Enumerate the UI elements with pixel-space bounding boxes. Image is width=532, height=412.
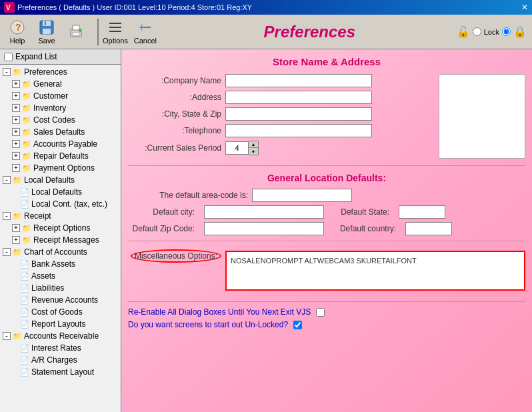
options-button[interactable]: Options	[103, 19, 128, 45]
save-button[interactable]: Save	[35, 19, 59, 45]
expander-receipt-options[interactable]: +	[12, 224, 20, 232]
expander-cost-codes[interactable]: +	[12, 116, 20, 124]
sidebar-item-receipt[interactable]: - 📁 Receipt	[0, 210, 121, 222]
sidebar-item-assets[interactable]: 📄 Assets	[0, 270, 121, 282]
sidebar-item-statement-layout[interactable]: 📄 Statement Layout	[0, 366, 121, 378]
sidebar-item-repair-defaults[interactable]: + 📁 Repair Defaults	[0, 150, 121, 162]
cancel-icon	[137, 19, 153, 35]
city-state-zip-input[interactable]	[225, 107, 372, 121]
default-zip-input[interactable]	[204, 222, 324, 235]
cancel-button[interactable]: Cancel	[133, 19, 157, 45]
expand-list-bar[interactable]: Expand List	[0, 49, 121, 65]
folder-icon-inventory: 📁	[22, 104, 31, 113]
folder-icon-receipt: 📁	[13, 212, 22, 221]
default-city-input[interactable]	[204, 205, 324, 219]
address-display-box	[439, 74, 525, 159]
svg-rect-7	[45, 21, 46, 25]
sidebar-item-chart-of-accounts[interactable]: - 📁 Chart of Accounts	[0, 246, 121, 258]
expander-payment-options[interactable]: +	[12, 164, 20, 172]
sidebar-item-accounts-payable[interactable]: + 📁 Accounts Payable	[0, 138, 121, 150]
sidebar-item-interest-rates[interactable]: 📄 Interest Rates	[0, 342, 121, 354]
misc-options-row: Miscellaneous Options: NOSALENOPROMPT AL…	[128, 247, 525, 296]
telephone-label: :Telephone	[128, 126, 221, 135]
default-country-input[interactable]	[405, 222, 452, 235]
sidebar-item-revenue-accounts[interactable]: 📄 Revenue Accounts	[0, 294, 121, 306]
folder-icon-receipt-messages: 📁	[22, 236, 31, 245]
expander-sales-defaults[interactable]: +	[12, 128, 20, 136]
start-unlocked-row: Do you want screens to start out Un-Lock…	[128, 320, 525, 329]
spinner-up[interactable]: ▲	[249, 141, 258, 148]
expander-local-defaults[interactable]: -	[3, 176, 11, 184]
sidebar-label-receipt: Receipt	[24, 211, 51, 221]
help-button[interactable]: ? Help	[5, 19, 29, 45]
options-label: Options	[103, 37, 128, 45]
sidebar-item-local-defaults[interactable]: - 📁 Local Defaults	[0, 174, 121, 186]
expander-general[interactable]: +	[12, 80, 20, 88]
location-defaults-title: General Location Defaults:	[128, 173, 525, 183]
sidebar-label-interest-rates: Interest Rates	[31, 343, 81, 353]
sidebar-item-payment-options[interactable]: + 📁 Payment Options	[0, 162, 121, 174]
address-input[interactable]	[225, 91, 372, 104]
city-state-zip-row: :City, State & Zip	[128, 107, 433, 121]
lock-radio-unlocked[interactable]	[473, 27, 481, 36]
expander-accounts-payable[interactable]: +	[12, 140, 20, 148]
sales-period-spinner: ▲ ▼	[225, 141, 259, 155]
telephone-row: :Telephone	[128, 124, 433, 137]
svg-rect-6	[43, 29, 51, 34]
doc-icon-bank-assets: 📄	[20, 260, 29, 269]
close-button[interactable]: ✕	[521, 3, 528, 12]
expander-chart-of-accounts[interactable]: -	[3, 248, 11, 256]
address-label: :Address	[128, 93, 221, 102]
sidebar-item-preferences[interactable]: - 📁 Preferences	[0, 66, 121, 78]
sidebar-scroll[interactable]: - 📁 Preferences + 📁 General + 📁 Customer…	[0, 65, 121, 412]
svg-rect-12	[109, 23, 121, 24]
company-name-input[interactable]	[225, 74, 372, 87]
default-zip-label: Default Zip Code:	[128, 224, 195, 233]
sidebar-item-cost-codes[interactable]: + 📁 Cost Codes	[0, 114, 121, 126]
help-label: Help	[10, 37, 25, 45]
sidebar-item-sales-defaults[interactable]: + 📁 Sales Defaults	[0, 126, 121, 138]
doc-icon-report-layouts: 📄	[20, 320, 29, 329]
print-button[interactable]	[64, 23, 88, 41]
sidebar-item-general[interactable]: + 📁 General	[0, 78, 121, 90]
expander-accounts-receivable[interactable]: -	[3, 332, 11, 340]
expander-preferences[interactable]: -	[3, 68, 11, 76]
default-state-input[interactable]	[399, 205, 445, 219]
area-code-input[interactable]	[252, 189, 352, 202]
expander-inventory[interactable]: +	[12, 104, 20, 112]
sidebar-item-liabilities[interactable]: 📄 Liabilities	[0, 282, 121, 294]
title-bar: V Preferences ( Defaults ) User ID:001 L…	[0, 0, 532, 15]
sidebar-label-revenue-accounts: Revenue Accounts	[31, 295, 98, 305]
sales-period-input[interactable]	[225, 141, 249, 155]
spinner-down[interactable]: ▼	[249, 148, 258, 155]
page-title: Preferences	[163, 23, 457, 41]
expander-receipt-messages[interactable]: +	[12, 236, 20, 244]
sidebar-label-cost-of-goods: Cost of Goods	[31, 307, 83, 317]
start-unlocked-checkbox[interactable]	[293, 321, 302, 329]
expand-list-checkbox[interactable]	[4, 53, 13, 61]
sidebar-item-customer[interactable]: + 📁 Customer	[0, 90, 121, 102]
sidebar-item-report-layouts[interactable]: 📄 Report Layouts	[0, 318, 121, 330]
sidebar-item-cost-of-goods[interactable]: 📄 Cost of Goods	[0, 306, 121, 318]
telephone-input[interactable]	[225, 124, 372, 137]
sidebar-label-preferences: Preferences	[24, 67, 67, 77]
sidebar-item-local-defaults-sub[interactable]: 📄 Local Defaults	[0, 186, 121, 198]
expander-customer[interactable]: +	[12, 92, 20, 100]
sidebar-item-inventory[interactable]: + 📁 Inventory	[0, 102, 121, 114]
sidebar-label-accounts-receivable: Accounts Receivable	[24, 331, 99, 341]
sidebar-item-local-cont[interactable]: 📄 Local Cont. (tax, etc.)	[0, 198, 121, 210]
sidebar-item-bank-assets[interactable]: 📄 Bank Assets	[0, 258, 121, 270]
doc-icon-interest-rates: 📄	[20, 344, 29, 353]
sidebar-item-accounts-receivable[interactable]: - 📁 Accounts Receivable	[0, 330, 121, 342]
re-enable-dialogs-checkbox[interactable]	[316, 308, 325, 317]
doc-icon-ar-charges: 📄	[20, 356, 29, 365]
expander-receipt[interactable]: -	[3, 212, 11, 220]
sidebar-label-report-layouts: Report Layouts	[31, 319, 85, 329]
sidebar-item-receipt-messages[interactable]: + 📁 Receipt Messages	[0, 234, 121, 246]
sidebar-item-receipt-options[interactable]: + 📁 Receipt Options	[0, 222, 121, 234]
save-icon	[39, 19, 55, 35]
lock-radio-locked[interactable]	[502, 27, 511, 36]
expander-repair-defaults[interactable]: +	[12, 152, 20, 160]
sidebar-item-ar-charges[interactable]: 📄 A/R Charges	[0, 354, 121, 366]
doc-icon-cost-of-goods: 📄	[20, 308, 29, 317]
